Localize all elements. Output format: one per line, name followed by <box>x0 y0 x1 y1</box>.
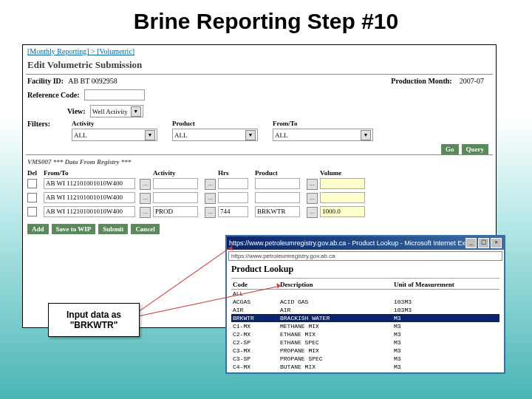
hrs-cell[interactable]: 744 <box>218 206 248 217</box>
delete-checkbox[interactable] <box>27 193 37 202</box>
registry-note: VMS007 *** Data From Registry *** <box>23 155 496 168</box>
hrs-cell[interactable] <box>218 192 248 203</box>
chevron-down-icon: ▼ <box>145 130 155 140</box>
volume-cell[interactable] <box>320 178 365 189</box>
col-fromto: From/To <box>44 169 140 177</box>
volume-cell[interactable]: 1000.0 <box>320 206 365 217</box>
minimize-icon[interactable]: _ <box>466 238 477 248</box>
submit-button[interactable]: Submit <box>98 224 128 234</box>
volume-cell[interactable] <box>320 192 365 203</box>
page-heading: Edit Volumetric Submission <box>23 58 496 74</box>
chevron-down-icon: ▼ <box>245 130 256 140</box>
lookup-row[interactable]: BRKWTRBRACKISH WATERM3 <box>231 314 499 322</box>
table-row: AB WI 112101001010W400…PROD…744BRKWTR…10… <box>23 205 496 219</box>
prod-month-value: 2007-07 <box>460 77 484 85</box>
table-row: AB WI 112101001010W400……… <box>23 177 496 191</box>
go-button[interactable]: Go <box>441 144 459 154</box>
filter-fromto-select[interactable]: ALL ▼ <box>273 129 373 141</box>
refcode-input[interactable] <box>84 89 145 100</box>
delete-checkbox[interactable] <box>27 207 37 216</box>
popup-titlebar[interactable]: https://www.petroleumregistry.gov.ab.ca … <box>227 236 504 250</box>
dropdown-icon[interactable]: … <box>307 207 318 218</box>
filter-product-value: ALL <box>174 132 188 139</box>
view-select-value: Well Activity <box>92 108 128 115</box>
product-lookup-window: https://www.petroleumregistry.gov.ab.ca … <box>225 235 505 374</box>
hrs-cell[interactable] <box>218 178 248 189</box>
dropdown-icon[interactable]: … <box>205 207 216 218</box>
lookup-row[interactable]: C2-MXETHANE MIXM3 <box>231 330 499 338</box>
col-activity: Activity <box>153 169 205 177</box>
activity-cell[interactable] <box>153 192 198 203</box>
arrow-head-icon <box>276 282 283 288</box>
fromto-cell[interactable]: AB WI 112101001010W400 <box>44 192 135 203</box>
save-button[interactable]: Save to WIP <box>52 224 96 234</box>
prod-month-label: Production Month: <box>391 77 451 85</box>
col-volume: Volume <box>320 169 364 177</box>
popup-address-bar[interactable]: https://www.petroleumregistry.gov.ab.ca <box>228 251 502 261</box>
activity-cell[interactable]: PROD <box>153 206 198 217</box>
dropdown-icon[interactable]: … <box>205 179 216 190</box>
col-hrs: Hrs <box>218 169 255 177</box>
query-button[interactable]: Query <box>462 144 489 154</box>
close-icon[interactable]: × <box>491 238 502 248</box>
lookup-row[interactable]: ALL <box>231 290 499 299</box>
facility-value: AB BT 0092958 <box>68 77 117 85</box>
filters-label: Filters: <box>27 120 67 141</box>
filter-activity-value: ALL <box>74 132 87 139</box>
lookup-row[interactable]: C4-MXBUTANE MIXM3 <box>231 363 499 371</box>
chevron-down-icon: ▼ <box>131 106 141 117</box>
product-cell[interactable] <box>255 192 300 203</box>
lookup-row[interactable]: ACGASACID GAS103M3 <box>231 298 499 306</box>
dropdown-icon[interactable]: … <box>140 193 151 204</box>
dropdown-icon[interactable]: … <box>205 193 216 204</box>
activity-cell[interactable] <box>153 178 198 189</box>
delete-checkbox[interactable] <box>27 179 37 188</box>
col-uom: Unit of Measurement <box>392 280 499 290</box>
product-cell[interactable] <box>255 178 300 189</box>
divider <box>231 278 499 279</box>
lookup-row[interactable]: C1-MXMETHANE MIXM3 <box>231 322 499 330</box>
popup-heading: Product Lookup <box>231 264 499 275</box>
view-select[interactable]: Well Activity ▼ <box>90 105 143 117</box>
filter-activity-label: Activity <box>72 120 157 127</box>
col-desc: Description <box>279 280 392 290</box>
col-del: Del <box>27 169 44 177</box>
filter-activity-select[interactable]: ALL ▼ <box>72 129 157 141</box>
chevron-down-icon: ▼ <box>361 130 371 140</box>
lookup-row[interactable]: C2-SPETHANE SPECM3 <box>231 338 499 347</box>
maximize-icon[interactable]: ▢ <box>478 238 489 248</box>
refcode-label: Reference Code: <box>27 91 80 99</box>
popup-title: https://www.petroleumregistry.gov.ab.ca … <box>229 239 466 247</box>
dropdown-icon[interactable]: … <box>140 179 151 190</box>
dropdown-icon[interactable]: … <box>140 207 151 218</box>
breadcrumb[interactable]: [Monthly Reporting] > [Volumetric] <box>23 45 496 58</box>
add-button[interactable]: Add <box>27 224 49 234</box>
fromto-cell[interactable]: AB WI 112101001010W400 <box>44 206 135 217</box>
cancel-button[interactable]: Cancel <box>131 224 160 234</box>
filter-fromto-value: ALL <box>275 132 288 139</box>
fromto-cell[interactable]: AB WI 112101001010W400 <box>44 178 135 189</box>
col-product: Product <box>255 169 307 177</box>
facility-label: Facility ID: <box>27 77 64 85</box>
lookup-row[interactable]: AIRAIR103M3 <box>231 306 499 314</box>
product-lookup-table: Code Description Unit of Measurement ALL… <box>231 280 499 371</box>
lookup-row[interactable]: C3-SPPROPANE SPECM3 <box>231 355 499 363</box>
dropdown-icon[interactable]: … <box>307 193 318 204</box>
product-cell[interactable]: BRKWTR <box>255 206 300 217</box>
table-row: AB WI 112101001010W400……… <box>23 191 496 205</box>
filter-product-label: Product <box>172 120 258 127</box>
dropdown-icon[interactable]: … <box>307 179 318 190</box>
view-label: View: <box>67 107 86 115</box>
filter-fromto-label: From/To <box>273 120 373 127</box>
slide-title: Brine Reporting Step #10 <box>0 0 532 38</box>
lookup-row[interactable]: C3-MXPROPANE MIXM3 <box>231 347 499 355</box>
callout-box: Input data as "BRKWTR" <box>48 303 140 337</box>
filter-product-select[interactable]: ALL ▼ <box>172 129 258 141</box>
